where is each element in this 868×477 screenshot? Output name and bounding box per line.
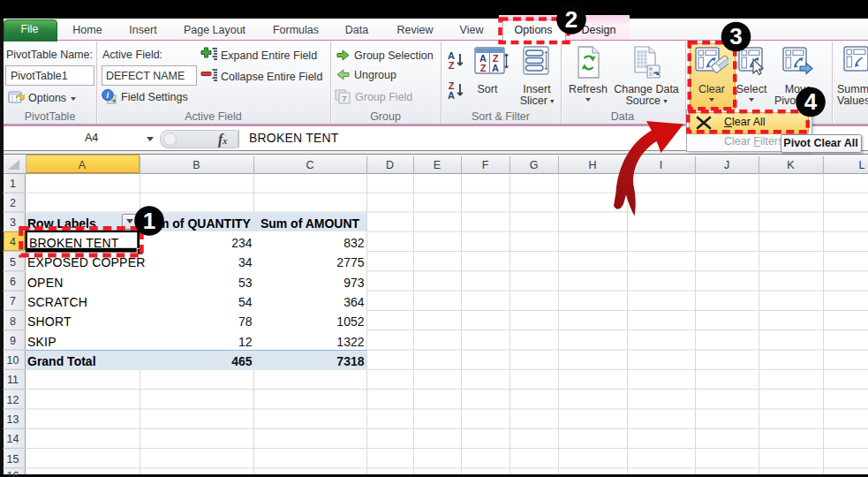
svg-text:2: 2 <box>565 6 577 33</box>
svg-text:3: 3 <box>729 23 742 49</box>
svg-text:4: 4 <box>804 88 818 115</box>
svg-text:1: 1 <box>143 208 155 234</box>
